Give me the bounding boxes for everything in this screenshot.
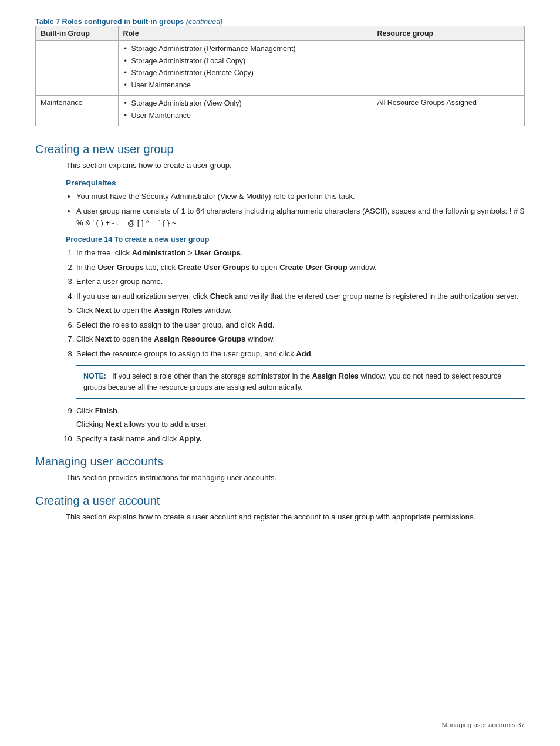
creating-user-account-intro: This section explains how to create a us…	[66, 511, 525, 523]
list-item: Click Finish. Clicking Next allows you t…	[76, 405, 525, 430]
cell-group-1	[36, 41, 119, 96]
managing-user-accounts-intro: This section provides instructions for m…	[66, 472, 525, 484]
col-header-resource: Resource group	[372, 26, 525, 41]
roles-table: Built-in Group Role Resource group Stora…	[35, 26, 525, 126]
section-heading-creating-user-account: Creating a user account	[35, 494, 525, 508]
cell-group-2: Maintenance	[36, 96, 119, 126]
list-item: You must have the Security Administrator…	[76, 191, 525, 202]
procedure-list: In the tree, click Administration > User…	[76, 247, 525, 359]
list-item: In the User Groups tab, click Create Use…	[76, 262, 525, 274]
new-user-group-intro: This section explains how to create a us…	[66, 160, 525, 171]
list-item: In the tree, click Administration > User…	[76, 247, 525, 259]
col-header-group: Built-in Group	[36, 26, 119, 41]
list-item: Storage Administrator (Remote Copy)	[123, 68, 367, 79]
list-item: User Maintenance	[123, 111, 367, 121]
table-row: Maintenance Storage Administrator (View …	[36, 96, 525, 126]
list-item: Select the roles to assign to the user g…	[76, 319, 525, 331]
list-item: Storage Administrator (Local Copy)	[123, 56, 367, 67]
section-heading-managing-user-accounts: Managing user accounts	[35, 455, 525, 468]
cell-roles-1: Storage Administrator (Performance Manag…	[118, 41, 372, 96]
list-item: If you use an authorization server, clic…	[76, 291, 525, 302]
section-heading-new-user-group: Creating a new user group	[35, 143, 525, 156]
table-title-wrapper: Table 7 Roles configured in built-in gro…	[35, 18, 525, 26]
note-box: NOTE: If you select a role other than th…	[76, 365, 525, 399]
table-continued: (continued)	[186, 18, 223, 26]
table-row: Storage Administrator (Performance Manag…	[36, 41, 525, 96]
procedure-list-continued: Click Finish. Clicking Next allows you t…	[76, 405, 525, 445]
cell-resource-1	[372, 41, 525, 96]
list-item: User Maintenance	[123, 80, 367, 91]
prerequisites-list: You must have the Security Administrator…	[76, 191, 525, 229]
page-footer: Managing user accounts 37	[442, 721, 525, 728]
prerequisites-heading: Prerequisites	[66, 178, 525, 187]
table-title: Table 7 Roles configured in built-in gro…	[35, 18, 525, 26]
list-item: A user group name consists of 1 to 64 ch…	[76, 205, 525, 228]
list-item: Select the resource groups to assign to …	[76, 348, 525, 360]
list-item: Storage Administrator (Performance Manag…	[123, 44, 367, 55]
cell-roles-2: Storage Administrator (View Only) User M…	[118, 96, 372, 126]
list-item: Storage Administrator (View Only)	[123, 99, 367, 109]
list-item: Specify a task name and click Apply.	[76, 433, 525, 445]
cell-resource-2: All Resource Groups Assigned	[372, 96, 525, 126]
list-item: Click Next to open the Assign Roles wind…	[76, 305, 525, 316]
col-header-role: Role	[118, 26, 372, 41]
list-item: Click Next to open the Assign Resource G…	[76, 333, 525, 345]
procedure-heading: Procedure 14 To create a new user group	[66, 235, 525, 244]
list-item: Enter a user group name.	[76, 276, 525, 288]
note-label: NOTE:	[83, 372, 106, 380]
